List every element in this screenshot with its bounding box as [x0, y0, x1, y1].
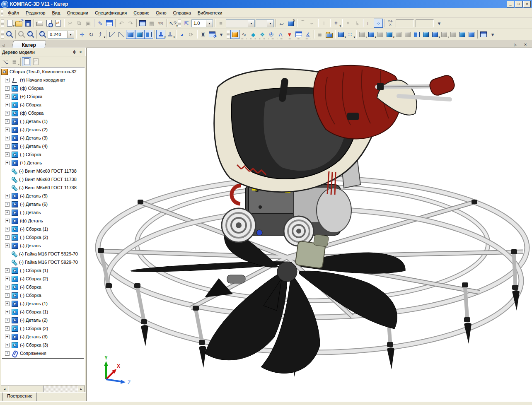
tree-item[interactable]: +(-) Деталь (3)	[1, 134, 85, 142]
panel-aux-geometry-button[interactable]: ❖	[258, 30, 267, 39]
expand-icon[interactable]: +	[5, 119, 10, 124]
menu-спецификация[interactable]: Спецификация	[92, 9, 130, 17]
hide-in-components-dropdown[interactable]: ▾	[156, 30, 165, 39]
tree-item[interactable]: +(-) Сборка (1)	[1, 308, 85, 316]
tree-item[interactable]: +(-) Деталь (2)	[1, 125, 85, 134]
document-scale-icon[interactable]: ⇱	[182, 19, 191, 28]
tree-item[interactable]: +(-) Деталь (1)	[1, 299, 85, 308]
tree-item[interactable]: +(+) Деталь	[1, 159, 85, 167]
tree-item[interactable]: +(-) Деталь	[1, 208, 85, 217]
tree-item[interactable]: +(-) Сборка (1)	[1, 225, 85, 233]
panel-annotations-button[interactable]: A	[276, 30, 285, 39]
expand-icon[interactable]: +	[5, 219, 10, 223]
expand-icon[interactable]: +	[5, 210, 10, 215]
tree-item[interactable]: +(-) Сборка	[1, 283, 85, 291]
expand-icon[interactable]: +	[5, 227, 10, 231]
op-loft-button[interactable]	[412, 30, 421, 39]
tab-scroll-right-button[interactable]: ▷	[512, 41, 519, 48]
tree-item[interactable]: +(-) Сборка	[1, 150, 85, 159]
expand-icon[interactable]: +	[5, 293, 10, 298]
tree-item[interactable]: +(-) Деталь	[1, 241, 85, 250]
zoom-combo-arrow-icon[interactable]: ▼	[67, 31, 74, 38]
tree-item[interactable]: +(-) Деталь (1)	[1, 117, 85, 125]
ortho-drawing-button[interactable]: ∟	[365, 19, 374, 28]
orientation-button[interactable]: ⤴▾	[96, 30, 105, 39]
edit-sketch-button[interactable]	[286, 19, 295, 28]
rotate-view-button[interactable]: ↻	[87, 30, 96, 39]
tree-item[interactable]: +(-) Сборка (2)	[1, 275, 85, 283]
panel-specification-button[interactable]	[294, 30, 303, 39]
menu-окно[interactable]: Окно	[152, 9, 170, 17]
expand-icon[interactable]: +	[5, 144, 10, 149]
zoom-combo[interactable]: 0.240▼	[48, 31, 74, 39]
tree-item[interactable]: +(ф) Сборка	[1, 109, 85, 117]
toolbar-grip[interactable]	[178, 19, 181, 27]
roundoff-button[interactable]: ⁘	[374, 19, 383, 28]
tree-item[interactable]: (-) Винт М6х60 ГОСТ 11738	[1, 167, 85, 175]
grid-button[interactable]: ⌗▾	[331, 19, 341, 28]
model-structure-button[interactable]: ♜	[198, 30, 208, 39]
extrude-dropdown-1[interactable]: ▾	[336, 30, 346, 39]
expand-icon[interactable]: +	[5, 194, 10, 198]
tree-item[interactable]: +(ф) Сборка	[1, 84, 85, 92]
save-button[interactable]	[23, 19, 32, 28]
tab-postroenie[interactable]: Построение	[2, 393, 37, 402]
expand-icon[interactable]: +	[5, 243, 10, 248]
coords-dropdown[interactable]: ▾	[435, 19, 444, 28]
scrollbar-thumb[interactable]	[9, 386, 44, 392]
tree-item[interactable]: (-) Гайка М16 ГОСТ 5929-70	[1, 258, 85, 266]
menu-операции[interactable]: Операции	[63, 9, 92, 17]
layers-combo-arrow-icon[interactable]: ▼	[248, 20, 254, 27]
properties-button[interactable]	[105, 19, 114, 28]
expand-icon[interactable]: +	[5, 128, 10, 132]
new-window-button[interactable]	[479, 30, 488, 39]
tree-relations-button[interactable]: ⌥	[1, 57, 10, 66]
op-fillet-button[interactable]	[458, 30, 467, 39]
op-extrude-button[interactable]: ▾	[367, 30, 376, 39]
expand-icon[interactable]: +	[5, 78, 10, 82]
expand-icon[interactable]: +	[5, 161, 10, 165]
tree-item[interactable]: (-) Винт М6х60 ГОСТ 11738	[1, 183, 85, 192]
expand-icon[interactable]: +	[5, 103, 10, 107]
scrollbar-track[interactable]	[44, 386, 78, 392]
tree-item[interactable]: +(-) Сборка	[1, 101, 85, 109]
zoom-scale-button[interactable]	[38, 30, 47, 39]
toolbar-grip[interactable]	[227, 30, 230, 39]
tree-item[interactable]: +(-) Сборка (2)	[1, 233, 85, 241]
array-button[interactable]: ∷▾	[346, 30, 355, 39]
tree-item[interactable]: +(-) Сборка	[1, 291, 85, 299]
menu-вид[interactable]: Вид	[48, 9, 63, 17]
tree-item[interactable]: +(-) Сборка (1)	[1, 266, 85, 275]
scroll-right-icon[interactable]: ►	[77, 386, 85, 392]
close-button[interactable]: ×	[523, 1, 531, 7]
menu-справка[interactable]: Справка	[170, 9, 194, 17]
panel-surfaces-button[interactable]: ◆	[249, 30, 258, 39]
layer-state-combo-arrow-icon[interactable]: ▼	[267, 20, 273, 27]
expand-icon[interactable]: +	[5, 111, 10, 116]
scale-combo[interactable]: 1.0▼	[191, 19, 213, 27]
layer-state-combo[interactable]: ▼	[256, 19, 274, 27]
model-viewport[interactable]: Y X Z	[87, 48, 532, 402]
tree-item[interactable]: +(-) Деталь (4)	[1, 142, 85, 150]
minimize-button[interactable]: _	[507, 1, 514, 7]
panel-close-icon[interactable]: ×	[77, 49, 84, 55]
tree-item[interactable]: (-) Винт М6х60 ГОСТ 11738	[1, 175, 85, 183]
refresh-window-button[interactable]	[208, 30, 217, 39]
tree-item[interactable]: Сборка (Тел-0, Компонентов-32	[1, 68, 85, 76]
variables-button[interactable]: f(x)	[156, 19, 165, 28]
document-converter-button[interactable]	[53, 19, 63, 28]
panel-spatial-curves-button[interactable]: ∿	[239, 30, 249, 39]
rotate-model-button[interactable]: ◕	[177, 30, 186, 39]
panel-filters-button[interactable]: ▼	[285, 30, 294, 39]
open-document-button[interactable]	[14, 19, 23, 28]
expand-icon[interactable]: +	[5, 335, 10, 339]
insert-image-button[interactable]	[324, 30, 334, 39]
coord-y-input[interactable]	[396, 19, 414, 27]
expand-icon[interactable]: +	[5, 136, 10, 140]
pin-icon[interactable]: ф	[71, 49, 77, 55]
toolbar-grip[interactable]	[1, 30, 4, 39]
expand-icon[interactable]: +	[5, 86, 10, 91]
coords-icon[interactable]: Y✛ X	[386, 19, 395, 28]
expand-icon[interactable]: +	[5, 326, 10, 331]
row-end-dropdown[interactable]: ▾	[488, 30, 497, 39]
